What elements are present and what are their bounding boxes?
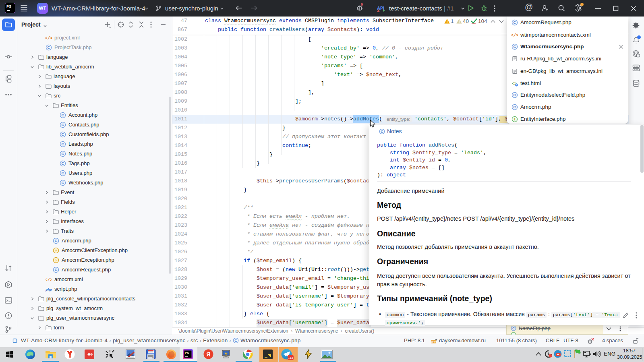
svg-text:C: C (514, 20, 516, 25)
svg-text:C: C (55, 238, 58, 243)
svg-text:C: C (48, 45, 50, 50)
svg-text:I: I (514, 117, 516, 121)
svg-text:..13: ..13 (288, 356, 293, 360)
svg-text:C: C (55, 267, 58, 272)
svg-text:C: C (62, 132, 64, 137)
svg-text:C: C (62, 142, 64, 146)
svg-text:51: 51 (152, 357, 155, 359)
svg-text:C: C (62, 161, 64, 165)
svg-text:</>: </> (46, 277, 52, 282)
svg-text:C: C (512, 327, 515, 330)
svg-text:SFTP: SFTP (431, 341, 437, 343)
svg-text:Я: Я (206, 351, 210, 358)
svg-text:C: C (514, 105, 516, 109)
svg-text:C: C (234, 339, 237, 343)
svg-text:C: C (514, 44, 516, 49)
svg-text:C: C (62, 180, 64, 185)
svg-text:</>: </> (46, 36, 52, 41)
svg-text:PS: PS (185, 351, 189, 355)
svg-text:C: C (62, 171, 64, 175)
svg-text:php: php (46, 288, 52, 292)
svg-text:C: C (62, 122, 64, 127)
svg-text:C: C (62, 151, 64, 156)
svg-text:C: C (514, 93, 516, 97)
svg-text:C: C (62, 113, 64, 117)
svg-text:</>: </> (511, 33, 518, 38)
svg-text:C: C (381, 130, 383, 134)
